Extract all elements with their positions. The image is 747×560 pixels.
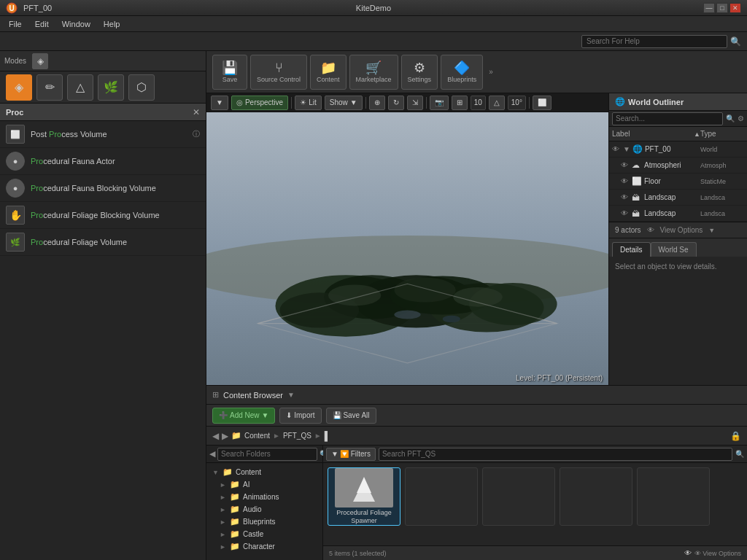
- proc-item-fauna-blocking[interactable]: ● Procedural Fauna Blocking Volume: [0, 175, 206, 202]
- folder-icon: 📁: [230, 492, 240, 502]
- filter-icon: ▼: [331, 450, 338, 458]
- viewport-perspective-label[interactable]: ◎ Perspective: [231, 96, 288, 110]
- path-arrow-1: ►: [273, 432, 280, 440]
- folder-animations[interactable]: ► 📁 Animations: [206, 491, 322, 503]
- proc-item-label: Post Process Volume: [31, 130, 187, 139]
- mode-icon-foliage[interactable]: 🌿: [98, 74, 124, 101]
- title-bar-controls: — □ ✕: [703, 3, 741, 13]
- menu-edit[interactable]: Edit: [29, 18, 55, 30]
- path-content[interactable]: Content: [244, 432, 270, 440]
- back-button[interactable]: ◀: [212, 431, 219, 441]
- outliner-settings-icon[interactable]: ⚙: [738, 114, 744, 122]
- proc-item-foliage-volume[interactable]: 🌿 Procedural Foliage Volume: [0, 229, 206, 256]
- menu-file[interactable]: File: [3, 18, 28, 30]
- proc-item-icon: ⬜: [6, 125, 25, 144]
- select-mode-btn[interactable]: ◈: [32, 53, 48, 69]
- outliner-item-type: Landsca: [700, 210, 744, 217]
- folder-castle[interactable]: ► 📁 Castle: [206, 528, 322, 540]
- asset-view-options[interactable]: 👁 👁 View Options: [684, 549, 741, 557]
- viewport-translate-btn[interactable]: ⊕: [369, 96, 385, 110]
- viewport-3d[interactable]: X Y Z Level: PFT_00 (Persistent): [206, 112, 608, 385]
- proc-item-fauna-actor[interactable]: ● Procedural Fauna Actor: [0, 148, 206, 175]
- minimize-button[interactable]: —: [703, 3, 715, 13]
- folder-search-input[interactable]: [217, 448, 317, 461]
- asset-search-input[interactable]: [379, 448, 732, 461]
- content-browser-tab-arrow[interactable]: ▼: [287, 391, 295, 399]
- menu-window[interactable]: Window: [56, 18, 96, 30]
- viewport-snap-btn[interactable]: △: [489, 96, 505, 110]
- toolbar-expand-icon[interactable]: »: [489, 68, 493, 76]
- view-options-label[interactable]: View Options: [660, 226, 703, 234]
- save-label: Save: [222, 76, 238, 83]
- folder-content-root[interactable]: ▼ 📁 Content: [206, 466, 322, 478]
- add-new-chevron: ▼: [262, 411, 269, 419]
- outliner-row-atmosphere[interactable]: 👁 ☁ Atmospheri Atmosph: [609, 158, 747, 174]
- viewport-rotate-btn[interactable]: ↻: [388, 96, 404, 110]
- visibility-icon: 👁: [621, 209, 630, 217]
- save-button[interactable]: 💾 Save: [212, 55, 247, 90]
- proc-item-foliage-blocking[interactable]: ✋ Procedural Foliage Blocking Volume: [0, 202, 206, 229]
- landscape-icon: 🏔: [632, 209, 642, 218]
- folder-blueprints[interactable]: ► 📁 Blueprints: [206, 516, 322, 528]
- lit-icon: ☀: [300, 98, 306, 106]
- viewport-camera-btn[interactable]: 📷: [430, 96, 449, 110]
- mode-icon-geometry[interactable]: ⬡: [128, 74, 155, 101]
- content-button[interactable]: 📁 Content: [310, 55, 347, 90]
- folder-character[interactable]: ► 📁 Character: [206, 540, 322, 553]
- blueprints-icon: 🔷: [454, 61, 470, 74]
- perspective-text: Perspective: [245, 98, 283, 106]
- folder-expand-icon: ►: [220, 494, 227, 501]
- menu-help[interactable]: Help: [98, 18, 126, 30]
- sort-icon: ▲: [694, 131, 700, 138]
- content-browser-toolbar: ➕ Add New ▼ ⬇ Import 💾 Save All: [206, 405, 747, 427]
- proc-close-button[interactable]: ✕: [193, 107, 200, 117]
- lock-icon[interactable]: 🔒: [730, 431, 741, 441]
- path-pft-qs[interactable]: PFT_QS: [283, 432, 311, 440]
- marketplace-button[interactable]: 🛒 Marketplace: [349, 55, 398, 90]
- source-control-button[interactable]: ⑂ Source Control: [250, 55, 307, 90]
- modes-bar: Modes ◈: [0, 51, 206, 71]
- viewport-show-button[interactable]: Show ▼: [325, 96, 363, 110]
- close-button[interactable]: ✕: [729, 3, 741, 13]
- proc-item-post-process[interactable]: ⬜ Post Process Volume ⓘ: [0, 121, 206, 148]
- help-search-input[interactable]: [581, 35, 727, 48]
- asset-procedural-foliage-spawner[interactable]: Procedural Foliage Spawner: [328, 467, 400, 526]
- maximize-button[interactable]: □: [716, 3, 728, 13]
- outliner-search-input[interactable]: [612, 112, 723, 125]
- outliner-row-floor[interactable]: 👁 ⬜ Floor StaticMe: [609, 174, 747, 190]
- mode-icon-paint[interactable]: ✏: [36, 74, 63, 101]
- title-bar-left: U PFT_00: [6, 2, 52, 14]
- viewport-lit-button[interactable]: ☀ Lit: [295, 96, 322, 110]
- proc-item-icon: 🌿: [6, 233, 25, 252]
- viewport-perspective-dropdown[interactable]: ▼: [211, 96, 228, 110]
- filters-label: 🔽 Filters: [340, 450, 371, 458]
- folder-audio[interactable]: ► 📁 Audio: [206, 503, 322, 516]
- viewport-scale-btn[interactable]: ⇲: [407, 96, 423, 110]
- marketplace-label: Marketplace: [356, 76, 392, 83]
- filters-button[interactable]: ▼ 🔽 Filters: [326, 448, 376, 461]
- view-options-chevron[interactable]: ▼: [708, 227, 715, 234]
- outliner-row-landscape1[interactable]: 👁 🏔 Landscap Landsca: [609, 190, 747, 206]
- viewport-grid-btn[interactable]: ⊞: [452, 96, 468, 110]
- viewport-maximize-btn[interactable]: ⬜: [533, 96, 551, 110]
- folder-ai[interactable]: ► 📁 AI: [206, 478, 322, 491]
- show-text: Show: [330, 98, 348, 106]
- vp-sep-2: [365, 97, 366, 109]
- proc-item-info[interactable]: ⓘ: [193, 129, 200, 139]
- menu-bar: File Edit Window Help: [0, 16, 747, 32]
- outliner-row-pft00[interactable]: 👁 ▼ 🌐 PFT_00 World: [609, 141, 747, 158]
- mode-icon-landscape[interactable]: △: [67, 74, 93, 101]
- outliner-row-landscape2[interactable]: 👁 🏔 Landscap Landsca: [609, 206, 747, 222]
- save-all-button[interactable]: 💾 Save All: [326, 408, 376, 424]
- blueprints-button[interactable]: 🔷 Blueprints: [441, 55, 483, 90]
- settings-button[interactable]: ⚙ Settings: [401, 55, 438, 90]
- details-tab[interactable]: Details: [612, 242, 651, 257]
- import-button[interactable]: ⬇ Import: [279, 408, 321, 424]
- world-settings-tab[interactable]: World Se: [651, 242, 697, 257]
- mode-icon-select[interactable]: ◈: [6, 74, 32, 101]
- world-icon: 🌐: [632, 144, 643, 154]
- folder-collapse-icon[interactable]: ◀: [209, 449, 215, 459]
- floor-icon: ⬜: [632, 176, 642, 186]
- add-new-button[interactable]: ➕ Add New ▼: [212, 408, 275, 424]
- forward-button[interactable]: ▶: [222, 431, 228, 441]
